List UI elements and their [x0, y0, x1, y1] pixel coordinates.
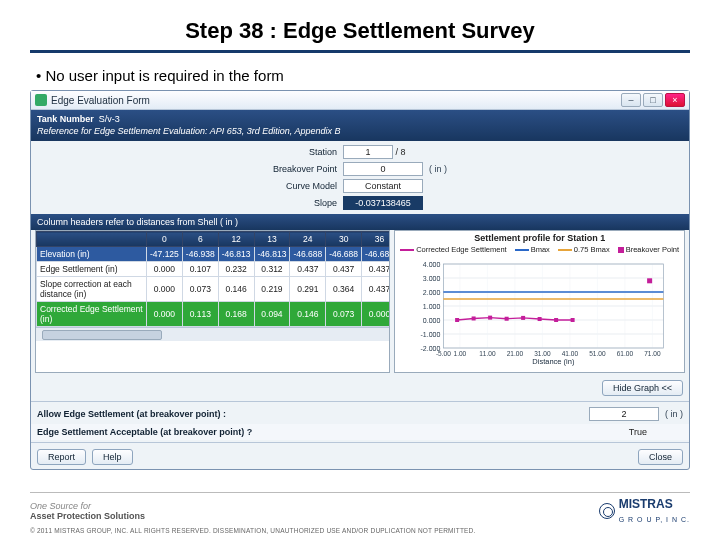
svg-rect-33 [455, 318, 459, 322]
svg-rect-37 [521, 316, 525, 320]
title-rule [30, 50, 690, 53]
svg-text:0.000: 0.000 [423, 317, 441, 324]
station-input[interactable]: 1 [343, 145, 393, 159]
close-button[interactable]: Close [638, 449, 683, 465]
legend-item: 0.75 Bmax [558, 245, 610, 254]
table-header [37, 232, 147, 247]
window-title: Edge Evaluation Form [51, 95, 621, 106]
breakover-unit: ( in ) [429, 164, 447, 174]
table-row: Slope correction at each distance (in)0.… [37, 277, 391, 302]
tank-number-label: Tank Number [37, 114, 94, 124]
chart-plot: -2.000-1.0000.0001.0002.0003.0004.000-5.… [399, 256, 680, 366]
page-title: Step 38 : Edge Settlement Survey [30, 18, 690, 50]
maximize-button[interactable]: □ [643, 93, 663, 107]
scroll-thumb[interactable] [42, 330, 162, 340]
data-table: 06121324303642Elevation (in)-47.125-46.9… [36, 231, 390, 327]
curve-model-select[interactable]: Constant [343, 179, 423, 193]
close-window-button[interactable]: × [665, 93, 685, 107]
breakover-label: Breakover Point [273, 164, 337, 174]
slope-value: -0.037138465 [343, 196, 423, 210]
report-button[interactable]: Report [37, 449, 86, 465]
minimize-button[interactable]: – [621, 93, 641, 107]
reference-text: Reference for Edge Settlement Evaluation… [37, 126, 683, 138]
svg-text:4.000: 4.000 [423, 261, 441, 268]
allow-edge-label: Allow Edge Settlement (at breakover poin… [37, 409, 226, 419]
table-header: 36 [362, 232, 391, 247]
slide-footer: One Source for Asset Protection Solution… [30, 492, 690, 534]
legend-item: Breakover Point [618, 245, 679, 254]
svg-text:11.00: 11.00 [479, 350, 496, 357]
breakover-input[interactable]: 0 [343, 162, 423, 176]
svg-rect-38 [538, 317, 542, 321]
column-header-bar: Column headers refer to distances from S… [31, 214, 689, 230]
table-header: 12 [218, 232, 254, 247]
svg-rect-41 [647, 279, 652, 284]
allow-edge-unit: ( in ) [665, 409, 683, 419]
station-total: 8 [401, 147, 406, 157]
svg-rect-39 [554, 318, 558, 322]
brand-tagline: One Source for Asset Protection Solution… [30, 501, 145, 521]
table-header: 0 [147, 232, 183, 247]
svg-text:1.00: 1.00 [454, 350, 467, 357]
tank-number-value: S/v-3 [99, 114, 120, 124]
allow-edge-value: 2 [589, 407, 659, 421]
table-header: 24 [290, 232, 326, 247]
table-row: Elevation (in)-47.125-46.938-46.813-46.8… [37, 247, 391, 262]
svg-text:Distance (in): Distance (in) [533, 357, 576, 366]
app-window: Edge Evaluation Form – □ × Tank Number S… [30, 90, 690, 470]
svg-text:1.000: 1.000 [423, 303, 441, 310]
table-row: Corrected Edge Settlement (in)0.0000.113… [37, 302, 391, 327]
svg-text:3.000: 3.000 [423, 275, 441, 282]
form-header: Tank Number S/v-3 Reference for Edge Set… [31, 110, 689, 141]
brand-logo: MISTRAS G R O U P, I N C. [599, 497, 690, 525]
svg-text:41.00: 41.00 [562, 350, 579, 357]
svg-rect-35 [488, 316, 492, 320]
curve-model-label: Curve Model [273, 181, 337, 191]
svg-rect-34 [472, 317, 476, 321]
acceptable-value: True [629, 427, 647, 437]
legend-item: Corrected Edge Settlement [400, 245, 506, 254]
table-row: Edge Settlement (in)0.0000.1070.2320.312… [37, 262, 391, 277]
chart-title: Settlement profile for Station 1 [399, 233, 680, 243]
chart-panel: Settlement profile for Station 1 Correct… [394, 230, 685, 373]
hide-graph-button[interactable]: Hide Graph << [602, 380, 683, 396]
table-header: 30 [326, 232, 362, 247]
svg-rect-40 [571, 318, 575, 322]
h-scrollbar[interactable] [36, 327, 389, 341]
svg-text:71.00: 71.00 [644, 350, 661, 357]
svg-text:31.00: 31.00 [534, 350, 551, 357]
svg-text:2.000: 2.000 [423, 289, 441, 296]
data-table-wrap: 06121324303642Elevation (in)-47.125-46.9… [35, 230, 390, 373]
app-icon [35, 94, 47, 106]
svg-text:-5.00: -5.00 [436, 350, 451, 357]
station-label: Station [273, 147, 337, 157]
table-header: 6 [182, 232, 218, 247]
window-titlebar: Edge Evaluation Form – □ × [31, 91, 689, 110]
slope-label: Slope [273, 198, 337, 208]
copyright-text: © 2011 MISTRAS GROUP, INC. ALL RIGHTS RE… [30, 527, 690, 534]
station-sep: / [396, 147, 399, 157]
svg-text:61.00: 61.00 [617, 350, 634, 357]
intro-bullet: • No user input is required in the form [30, 63, 690, 90]
table-header: 13 [254, 232, 290, 247]
svg-rect-36 [505, 317, 509, 321]
acceptable-label: Edge Settlement Acceptable (at breakover… [37, 427, 252, 437]
help-button[interactable]: Help [92, 449, 133, 465]
logo-icon [599, 503, 615, 519]
svg-text:21.00: 21.00 [507, 350, 524, 357]
controls-panel: Station 1 / 8 Breakover Point 0 ( in ) C… [31, 141, 689, 214]
legend-item: Bmax [515, 245, 550, 254]
svg-text:-1.000: -1.000 [421, 331, 441, 338]
chart-legend: Corrected Edge SettlementBmax0.75 BmaxBr… [399, 245, 680, 254]
svg-text:51.00: 51.00 [589, 350, 606, 357]
